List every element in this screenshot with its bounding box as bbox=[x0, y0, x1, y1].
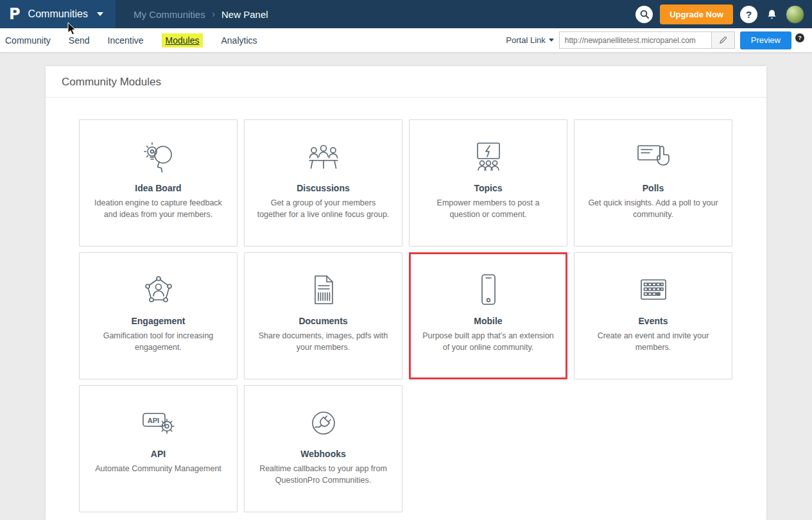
breadcrumb-current: New Panel bbox=[221, 9, 268, 20]
module-title: Events bbox=[574, 316, 732, 326]
module-card-engagement[interactable]: Engagement Gamification tool for increas… bbox=[79, 252, 238, 379]
module-title: Webhooks bbox=[245, 449, 402, 459]
tab-send[interactable]: Send bbox=[69, 35, 90, 46]
breadcrumb-separator: › bbox=[212, 8, 215, 20]
engagement-icon bbox=[80, 266, 237, 315]
module-title: API bbox=[80, 449, 237, 459]
events-icon bbox=[574, 266, 732, 315]
module-description: Empower members to post a question or co… bbox=[410, 197, 567, 220]
module-card-webhooks[interactable]: Webhooks Realtime callbacks to your app … bbox=[244, 385, 402, 512]
bell-icon bbox=[766, 8, 778, 21]
question-mark-icon: ? bbox=[746, 9, 752, 20]
mobile-icon bbox=[411, 266, 566, 315]
module-description: Automate Community Management bbox=[80, 463, 237, 474]
module-title: Idea Board bbox=[80, 183, 237, 193]
module-description: Share documents, images, pdfs with your … bbox=[245, 330, 402, 353]
module-title: Polls bbox=[574, 183, 732, 193]
discussions-icon bbox=[245, 133, 402, 182]
module-card-polls[interactable]: Polls Get quick insights. Add a poll to … bbox=[574, 119, 732, 247]
documents-icon bbox=[245, 266, 402, 315]
preview-help-icon[interactable]: ? bbox=[795, 33, 804, 42]
module-card-mobile[interactable]: Mobile Purpose built app that's an exten… bbox=[409, 252, 567, 379]
portal-url-input[interactable] bbox=[559, 31, 712, 49]
module-description: Create an event and invite your members. bbox=[574, 330, 732, 353]
portal-link-dropdown[interactable]: Portal Link bbox=[506, 35, 553, 45]
header-actions: Upgrade Now ? bbox=[635, 4, 812, 24]
module-card-idea-board[interactable]: Idea Board Ideation engine to capture fe… bbox=[79, 119, 238, 247]
community-modules-panel: Community Modules Idea Board Id bbox=[46, 66, 766, 520]
edit-url-button[interactable] bbox=[712, 31, 735, 49]
tab-analytics[interactable]: Analytics bbox=[221, 35, 257, 46]
breadcrumb-parent[interactable]: My Communities bbox=[134, 9, 205, 20]
module-card-events[interactable]: Events Create an event and invite your m… bbox=[574, 252, 732, 379]
module-title: Engagement bbox=[80, 316, 237, 326]
preview-button[interactable]: Preview bbox=[740, 31, 791, 49]
api-icon: API bbox=[80, 399, 237, 447]
module-card-documents[interactable]: Documents Share documents, images, pdfs … bbox=[244, 252, 402, 379]
module-description: Realtime callbacks to your app from Ques… bbox=[245, 463, 402, 486]
notifications-button[interactable] bbox=[764, 7, 779, 21]
product-switcher[interactable]: P Communities bbox=[0, 0, 116, 28]
product-menu-label: Communities bbox=[28, 8, 88, 20]
module-description: Get a group of your members together for… bbox=[245, 197, 402, 220]
module-title: Documents bbox=[245, 316, 402, 326]
module-title: Mobile bbox=[411, 316, 566, 326]
questionpro-logo: P bbox=[9, 5, 21, 23]
tab-incentive[interactable]: Incentive bbox=[108, 35, 144, 46]
chevron-down-icon bbox=[549, 39, 554, 42]
search-button[interactable] bbox=[635, 6, 653, 23]
module-card-topics[interactable]: Topics Empower members to post a questio… bbox=[409, 119, 567, 247]
top-header: P Communities My Communities › New Panel… bbox=[0, 0, 812, 28]
modules-grid: Idea Board Ideation engine to capture fe… bbox=[46, 98, 766, 512]
portal-link-label: Portal Link bbox=[506, 35, 545, 45]
module-card-api[interactable]: API API Automate Community Management bbox=[79, 385, 238, 512]
upgrade-now-button[interactable]: Upgrade Now bbox=[660, 4, 733, 24]
page-title: Community Modules bbox=[46, 66, 766, 98]
breadcrumb: My Communities › New Panel bbox=[134, 8, 268, 20]
webhooks-icon bbox=[245, 399, 402, 447]
tab-modules[interactable]: Modules bbox=[162, 33, 203, 48]
idea-board-icon bbox=[80, 133, 237, 182]
module-nav: Community Send Incentive Modules Analyti… bbox=[0, 28, 812, 53]
tab-community[interactable]: Community bbox=[5, 35, 51, 46]
svg-text:API: API bbox=[147, 417, 159, 424]
chevron-down-icon bbox=[97, 12, 103, 16]
topics-icon bbox=[410, 133, 567, 182]
module-description: Ideation engine to capture feedback and … bbox=[80, 197, 237, 220]
module-card-discussions[interactable]: Discussions Get a group of your members … bbox=[244, 119, 402, 247]
module-title: Discussions bbox=[245, 183, 402, 193]
portal-url-group bbox=[559, 31, 735, 49]
portal-link-area: Portal Link Preview ? bbox=[506, 31, 804, 49]
help-button[interactable]: ? bbox=[740, 6, 757, 23]
polls-icon bbox=[574, 133, 732, 182]
module-description: Gamification tool for increasing engagem… bbox=[80, 330, 237, 353]
pencil-icon bbox=[719, 36, 727, 44]
search-icon bbox=[640, 10, 649, 19]
module-title: Topics bbox=[410, 183, 567, 193]
module-description: Get quick insights. Add a poll to your c… bbox=[574, 197, 732, 220]
user-avatar[interactable] bbox=[786, 5, 804, 24]
module-description: Purpose built app that's an extension of… bbox=[411, 330, 566, 353]
nav-tabs: Community Send Incentive Modules Analyti… bbox=[5, 33, 257, 48]
